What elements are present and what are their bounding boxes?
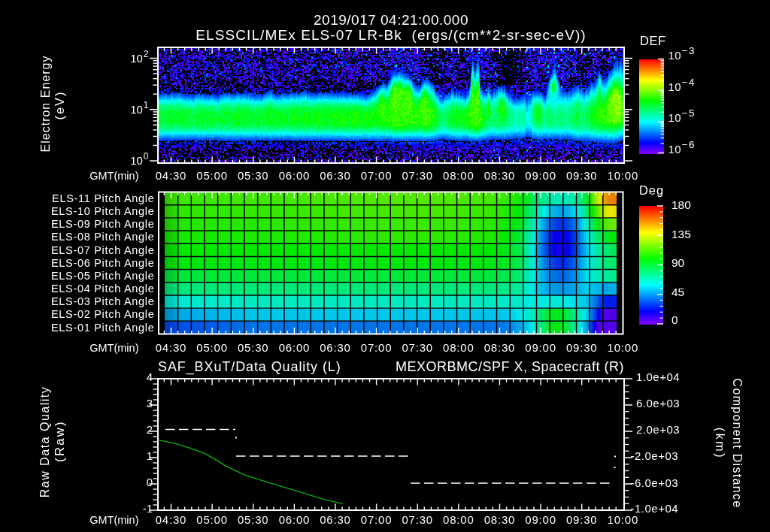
svg-text:06:30: 06:30 [320,341,351,354]
svg-text:ELS-10 Pitch Angle: ELS-10 Pitch Angle [51,205,155,217]
svg-text:ELS-04 Pitch Angle: ELS-04 Pitch Angle [51,283,155,295]
svg-text:08:00: 08:00 [443,513,474,526]
svg-text:09:30: 09:30 [566,341,598,354]
svg-text:2: 2 [147,423,153,436]
svg-text:(eV): (eV) [53,90,66,119]
svg-text:10−6: 10−6 [668,139,696,156]
svg-text:1: 1 [147,449,153,462]
svg-text:ELS-07 Pitch Angle: ELS-07 Pitch Angle [51,244,155,256]
svg-text:6.0e+03: 6.0e+03 [636,397,680,410]
svg-text:45: 45 [671,286,684,298]
svg-text:04:30: 04:30 [156,169,187,182]
svg-text:06:00: 06:00 [279,341,311,354]
svg-text:08:30: 08:30 [484,341,516,354]
svg-text:Electron Energy: Electron Energy [39,56,52,153]
svg-text:4: 4 [147,370,153,383]
svg-text:-1.0e+04: -1.0e+04 [631,502,679,515]
svg-text:06:30: 06:30 [320,513,351,526]
svg-text:135: 135 [671,228,691,240]
svg-text:05:30: 05:30 [238,169,269,182]
svg-text:ELS-09 Pitch Angle: ELS-09 Pitch Angle [51,218,155,230]
svg-text:90: 90 [671,256,685,269]
svg-text:09:00: 09:00 [525,513,556,526]
svg-text:07:00: 07:00 [361,169,393,182]
svg-text:08:30: 08:30 [484,513,516,526]
svg-text:1.0e+04: 1.0e+04 [636,370,680,383]
svg-text:08:30: 08:30 [484,169,516,182]
svg-text:05:30: 05:30 [238,513,269,526]
svg-text:06:30: 06:30 [320,169,351,182]
svg-text:DEF: DEF [640,34,666,47]
svg-text:10:00: 10:00 [608,513,639,526]
svg-text:06:00: 06:00 [279,513,311,526]
svg-text:10:00: 10:00 [608,341,639,354]
svg-text:ELS-05 Pitch Angle: ELS-05 Pitch Angle [51,270,155,282]
svg-text:05:00: 05:00 [196,169,228,182]
svg-text:GMT(min): GMT(min) [89,514,138,526]
svg-text:07:00: 07:00 [361,513,393,526]
svg-text:GMT(min): GMT(min) [89,170,138,182]
svg-text:102: 102 [130,49,149,65]
svg-text:-2.0e+03: -2.0e+03 [631,449,679,462]
svg-text:10−3: 10−3 [668,45,696,62]
svg-text:08:00: 08:00 [443,169,474,182]
svg-text:10−5: 10−5 [668,107,696,124]
svg-text:07:30: 07:30 [402,341,433,354]
svg-text:Deg: Deg [639,183,664,197]
svg-text:09:00: 09:00 [525,169,556,182]
svg-text:Raw Data Quality: Raw Data Quality [38,386,51,498]
svg-text:04:30: 04:30 [156,513,187,526]
svg-text:09:30: 09:30 [566,513,598,526]
svg-text:04:30: 04:30 [156,341,187,354]
svg-text:0: 0 [147,476,153,488]
svg-text:ELS-11 Pitch Angle: ELS-11 Pitch Angle [52,192,154,204]
svg-text:MEXORBMC/SPF X, Spacecraft (R): MEXORBMC/SPF X, Spacecraft (R) [396,359,624,374]
svg-text:180: 180 [671,198,691,211]
svg-text:07:30: 07:30 [402,169,433,182]
svg-text:07:00: 07:00 [361,341,393,354]
svg-text:05:00: 05:00 [196,513,228,526]
svg-text:0: 0 [671,313,678,326]
svg-text:ELS-08 Pitch Angle: ELS-08 Pitch Angle [51,231,155,243]
svg-text:(Raw): (Raw) [53,420,66,462]
svg-text:ELS-06 Pitch Angle: ELS-06 Pitch Angle [51,257,155,269]
svg-text:2019/017 04:21:00.000: 2019/017 04:21:00.000 [314,12,468,28]
svg-text:101: 101 [130,100,149,116]
svg-text:-6.0e+03: -6.0e+03 [631,476,679,489]
svg-text:2.0e+03: 2.0e+03 [636,423,680,436]
svg-text:07:30: 07:30 [402,513,433,526]
svg-text:ELSSCIL/MEx ELS-07 LR-Bk (erg: ELSSCIL/MEx ELS-07 LR-Bk (ergs/(cm**2-sr… [196,27,587,43]
svg-text:09:30: 09:30 [566,169,598,182]
svg-text:10:00: 10:00 [608,169,639,182]
svg-text:-1: -1 [143,502,153,515]
svg-text:(km): (km) [714,428,726,459]
svg-text:SAF_BXuT/Data Quality (L): SAF_BXuT/Data Quality (L) [158,359,341,375]
svg-text:ELS-03 Pitch Angle: ELS-03 Pitch Angle [51,295,155,307]
svg-text:ELS-02 Pitch Angle: ELS-02 Pitch Angle [51,308,155,320]
svg-text:06:00: 06:00 [279,169,311,182]
svg-text:08:00: 08:00 [443,341,474,354]
svg-text:Component Distance: Component Distance [731,379,744,509]
svg-text:100: 100 [130,151,149,167]
svg-text:3: 3 [147,397,153,410]
svg-text:05:30: 05:30 [238,341,269,354]
svg-text:09:00: 09:00 [525,341,556,354]
svg-text:GMT(min): GMT(min) [89,342,138,354]
svg-text:10−4: 10−4 [668,77,696,93]
svg-text:ELS-01 Pitch Angle: ELS-01 Pitch Angle [51,322,155,334]
svg-text:05:00: 05:00 [196,341,228,354]
